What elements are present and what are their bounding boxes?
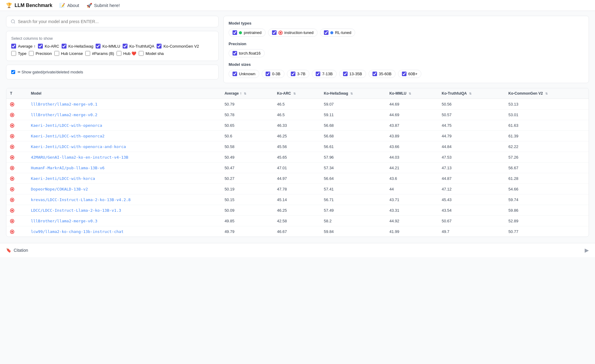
submit-link[interactable]: 🚀 Submit here! — [87, 3, 120, 8]
checkbox-input-modelsha[interactable] — [139, 51, 144, 56]
column-label-params: #Params (B) — [92, 51, 114, 56]
sort-icon-hellaswag[interactable]: ⇅ — [350, 92, 353, 95]
column-checkbox-precision[interactable]: Precision — [29, 51, 52, 56]
column-checkbox-avg[interactable]: Average ↑ — [11, 44, 36, 49]
size-checkbox-unknown[interactable] — [233, 72, 237, 76]
size-checkbox-3-7b[interactable] — [291, 72, 295, 76]
search-input[interactable] — [18, 19, 214, 24]
model-link[interactable]: HumanF-MarkrAI/pub-llama-13B-v6 — [31, 166, 105, 170]
model-link[interactable]: Kaeri-Jenti/LDCC-with-korca — [31, 176, 95, 181]
size-checkbox-60b+[interactable] — [402, 72, 406, 76]
checkbox-input-truthfulqa[interactable] — [123, 44, 127, 49]
row-truthfulqa: 45.43 — [438, 194, 505, 205]
chip-checkbox-pretrained[interactable] — [233, 30, 237, 35]
prec-checkbox-float16[interactable] — [233, 51, 237, 56]
col-header-model[interactable]: Model — [27, 88, 221, 99]
inst-type-icon — [10, 113, 14, 117]
column-checkbox-params[interactable]: #Params (B) — [85, 51, 114, 56]
expand-icon[interactable]: ▶ — [585, 247, 589, 254]
column-checkbox-type[interactable]: Type — [11, 51, 26, 56]
row-type — [6, 131, 27, 141]
size-chip-13-35b[interactable]: 13-35B — [339, 70, 366, 78]
column-label-hub: Hub ❤️ — [123, 51, 136, 56]
row-average: 50.79 — [221, 99, 274, 110]
checkbox-input-precision[interactable] — [29, 51, 34, 56]
precision-chip-float16[interactable]: torch.float16 — [229, 49, 265, 57]
size-chip-7-13b[interactable]: 7-13B — [312, 70, 337, 78]
checkbox-input-type[interactable] — [11, 51, 16, 56]
size-checkbox-0-3b[interactable] — [266, 72, 270, 76]
col-header-hellaswag[interactable]: Ko-HellaSwag ⇅ — [320, 88, 386, 99]
column-checkbox-arc[interactable]: Ko-ARC — [38, 44, 59, 49]
size-chip-0-3b[interactable]: 0-3B — [262, 70, 284, 78]
model-link[interactable]: Kaeri-Jenti/LDCC-with-openorca-and-korca — [31, 144, 126, 149]
col-header-arc[interactable]: Ko-ARC ⇅ — [274, 88, 320, 99]
model-link[interactable]: krevas/LDCC-Instruct-Llama-2-ko-13B-v4.2… — [31, 197, 131, 202]
row-model: HumanF-MarkrAI/pub-llama-13B-v6 — [27, 163, 221, 173]
model-link[interactable]: Kaeri-Jenti/LDCC-with-openorca2 — [31, 134, 105, 138]
size-label-13-35b: 13-35B — [349, 72, 362, 76]
gated-checkbox[interactable] — [11, 70, 15, 74]
model-type-chip-rl[interactable]: RL-tuned — [320, 29, 355, 37]
checkbox-input-arc[interactable] — [38, 44, 43, 49]
sort-icon-commongen[interactable]: ⇅ — [545, 92, 548, 95]
column-checkbox-hublicense[interactable]: Hub License — [54, 51, 83, 56]
search-bar[interactable] — [6, 16, 219, 27]
model-link[interactable]: lllBrother/llama2-merge-v0.3 — [31, 219, 97, 223]
row-model: Kaeri-Jenti/LDCC-with-korca — [27, 173, 221, 184]
col-header-type[interactable]: T — [6, 88, 27, 99]
checkbox-input-hublicense[interactable] — [54, 51, 59, 56]
row-hellaswag: 56.68 — [320, 131, 386, 141]
col-header-average[interactable]: Average ↑ ⇅ — [221, 88, 274, 99]
checkbox-input-hub[interactable] — [117, 51, 121, 56]
table-row: HumanF-MarkrAI/pub-llama-13B-v650.4747.0… — [6, 163, 589, 173]
sort-icon-arc[interactable]: ⇅ — [293, 92, 296, 95]
size-chip-3-7b[interactable]: 3-7B — [287, 70, 309, 78]
sort-icon-average[interactable]: ⇅ — [244, 92, 246, 95]
checkbox-input-hellaswag[interactable] — [62, 44, 66, 49]
column-checkbox-hellaswag[interactable]: Ko-HellaSwag — [62, 44, 93, 49]
model-link[interactable]: Kaeri-Jenti/LDCC-with-openorca — [31, 123, 102, 128]
column-label-arc: Ko-ARC — [45, 44, 59, 49]
size-checkbox-35-60b[interactable] — [372, 72, 377, 76]
size-checkbox-7-13b[interactable] — [316, 72, 320, 76]
model-link[interactable]: lcw99/llama2-ko-chang-13b-instruct-chat — [31, 229, 124, 234]
column-checkbox-hub[interactable]: Hub ❤️ — [117, 51, 136, 56]
model-size-chips: Unknown0-3B3-7B7-13B13-35B35-60B60B+ — [229, 70, 584, 78]
size-label-60b+: 60B+ — [408, 72, 418, 76]
model-link[interactable]: lllBrother/llama2-merge-v0.2 — [31, 113, 97, 117]
size-chip-60b+[interactable]: 60B+ — [398, 70, 422, 78]
model-link[interactable]: lllBrother/llama2-merge-v0.1 — [31, 102, 97, 106]
row-arc: 46.25 — [274, 131, 320, 141]
col-header-truthfulqa[interactable]: Ko-TruthfulQA ⇅ — [438, 88, 505, 99]
size-chip-35-60b[interactable]: 35-60B — [369, 70, 396, 78]
column-checkbox-modelsha[interactable]: Model sha — [139, 51, 164, 56]
column-label-avg: Average ↑ — [18, 44, 36, 49]
column-checkbox-mmlu[interactable]: Ko-MMLU — [96, 44, 120, 49]
col-header-commongen[interactable]: Ko-CommonGen V2 ⇅ — [505, 88, 589, 99]
about-link[interactable]: 📝 About — [59, 3, 79, 8]
model-type-chip-instruction[interactable]: instruction-tuned — [268, 29, 318, 37]
column-checkbox-truthfulqa[interactable]: Ko-TruthfulQA — [123, 44, 155, 49]
chip-checkbox-rl[interactable] — [324, 30, 328, 35]
about-icon: 📝 — [59, 3, 65, 8]
brand-link[interactable]: 🏆 LLM Benchmark — [6, 2, 52, 8]
checkbox-input-commongen[interactable] — [157, 44, 162, 49]
model-link[interactable]: DopeorNope/COKALD-13B-v2 — [31, 187, 88, 191]
gated-checkbox-row[interactable]: •• Show gated/private/deleted models — [11, 70, 213, 74]
size-chip-unknown[interactable]: Unknown — [229, 70, 259, 78]
col-header-mmlu[interactable]: Ko-MMLU ⇅ — [386, 88, 438, 99]
checkbox-input-mmlu[interactable] — [96, 44, 100, 49]
row-average: 50.27 — [221, 173, 274, 184]
inst-type-icon — [10, 230, 14, 234]
column-checkbox-commongen[interactable]: Ko-CommonGen V2 — [157, 44, 199, 49]
checkbox-input-params[interactable] — [85, 51, 90, 56]
chip-checkbox-instruction[interactable] — [272, 30, 277, 35]
sort-icon-mmlu[interactable]: ⇅ — [409, 92, 411, 95]
sort-icon-truthfulqa[interactable]: ⇅ — [469, 92, 471, 95]
model-link[interactable]: 42MARU/GenAI-llama2-ko-en-instruct-v4-13… — [31, 155, 128, 160]
model-link[interactable]: LDCC/LDCC-Instruct-Llama-2-ko-13B-v1.3 — [31, 208, 121, 213]
model-type-chip-pretrained[interactable]: pretrained — [229, 29, 266, 37]
checkbox-input-avg[interactable] — [11, 44, 16, 49]
size-checkbox-13-35b[interactable] — [343, 72, 348, 76]
